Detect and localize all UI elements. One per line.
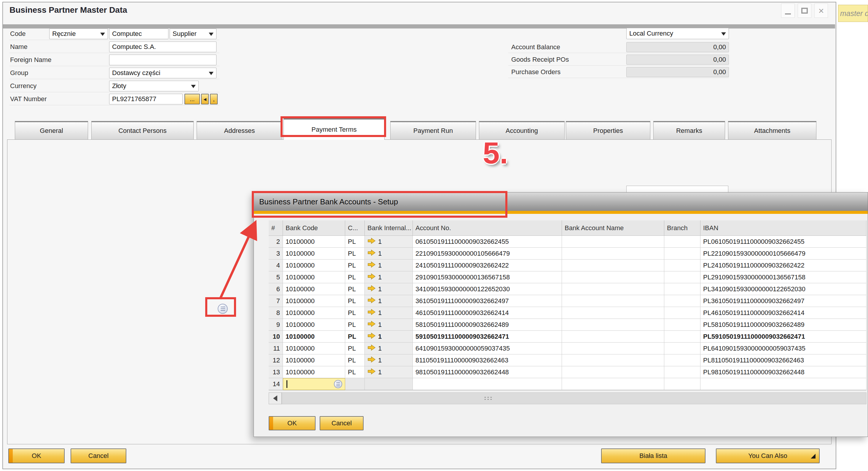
- table-cell[interactable]: PL59105019111000009032662471: [701, 331, 867, 343]
- table-cell[interactable]: PL58105019111000009032662489: [701, 319, 867, 331]
- table-cell[interactable]: [664, 307, 701, 319]
- cancel-button[interactable]: Cancel: [70, 448, 126, 463]
- vat-expand-button[interactable]: ◂: [201, 94, 209, 104]
- biala-lista-button[interactable]: Biała lista: [601, 448, 706, 463]
- table-cell[interactable]: PL36105019111000009032662497: [701, 295, 867, 307]
- table-cell[interactable]: 1: [365, 236, 413, 248]
- table-cell[interactable]: 58105019111000009032662489: [413, 319, 562, 331]
- link-arrow-icon[interactable]: [367, 296, 376, 306]
- tab-addresses[interactable]: Addresses: [196, 121, 282, 139]
- link-arrow-icon[interactable]: [367, 249, 376, 258]
- table-cell[interactable]: PL81105019111000009032662463: [701, 354, 867, 366]
- close-button[interactable]: ×: [814, 4, 828, 18]
- link-arrow-icon[interactable]: [367, 356, 376, 365]
- hscroll-grip[interactable]: [484, 396, 493, 400]
- table-cell[interactable]: PL: [345, 259, 365, 272]
- table-cell[interactable]: 1: [365, 283, 413, 295]
- table-cell[interactable]: 24105019111000009032662422: [413, 259, 562, 272]
- tab-contact-persons[interactable]: Contact Persons: [91, 121, 194, 139]
- table-cell[interactable]: [345, 378, 365, 390]
- table-cell[interactable]: [413, 378, 562, 390]
- table-cell[interactable]: PL: [345, 236, 365, 248]
- bp-type-dropdown[interactable]: Supplier: [169, 29, 216, 39]
- table-cell[interactable]: PL: [345, 366, 365, 378]
- table-cell[interactable]: [365, 378, 413, 390]
- link-arrow-icon[interactable]: [367, 309, 376, 317]
- table-cell[interactable]: [664, 378, 701, 390]
- name-input[interactable]: Computec S.A.: [109, 41, 216, 52]
- table-cell[interactable]: 1: [365, 307, 413, 319]
- table-cell[interactable]: 36105019111000009032662497: [413, 295, 562, 307]
- table-cell[interactable]: PL46105019111000009032662414: [701, 307, 867, 319]
- table-cell[interactable]: [701, 378, 867, 390]
- tab-payment-run[interactable]: Payment Run: [390, 121, 476, 139]
- link-arrow-icon[interactable]: [367, 273, 376, 282]
- table-cell[interactable]: [562, 354, 664, 366]
- dialog-cancel-button[interactable]: Cancel: [320, 416, 364, 430]
- tab-attachments[interactable]: Attachments: [728, 121, 816, 139]
- table-cell[interactable]: [562, 343, 664, 354]
- hscroll-left-button[interactable]: [269, 392, 282, 404]
- table-cell[interactable]: PL34109015930000000122652030: [701, 283, 867, 295]
- table-cell[interactable]: 10100000: [283, 343, 345, 354]
- table-cell[interactable]: 1: [365, 295, 413, 307]
- table-cell[interactable]: 10100000: [283, 236, 345, 248]
- table-cell[interactable]: 98105019111000009032662448: [413, 366, 562, 378]
- table-cell[interactable]: 64109015930000000059037435: [413, 343, 562, 354]
- table-cell[interactable]: 1: [365, 259, 413, 272]
- minimize-button[interactable]: [781, 4, 795, 18]
- table-cell[interactable]: [664, 236, 701, 248]
- table-cell[interactable]: PL: [345, 283, 365, 295]
- table-cell[interactable]: [664, 295, 701, 307]
- table-cell[interactable]: 1: [365, 354, 413, 366]
- tab-remarks[interactable]: Remarks: [653, 121, 725, 139]
- table-cell[interactable]: 81105019111000009032662463: [413, 354, 562, 366]
- table-cell[interactable]: [562, 366, 664, 378]
- table-cell[interactable]: [562, 295, 664, 307]
- link-arrow-icon[interactable]: [367, 368, 376, 377]
- table-cell[interactable]: 1: [365, 343, 413, 354]
- vat-browse-button[interactable]: ...: [184, 94, 200, 104]
- table-cell[interactable]: 10100000: [283, 307, 345, 319]
- table-cell[interactable]: 1: [365, 366, 413, 378]
- table-cell[interactable]: 10100000: [283, 272, 345, 283]
- display-currency-dropdown[interactable]: Local Currency: [626, 28, 729, 39]
- table-cell[interactable]: PL: [345, 319, 365, 331]
- table-cell[interactable]: 29109015930000000136567158: [413, 272, 562, 283]
- you-can-also-button[interactable]: You Can Also: [716, 448, 820, 463]
- dialog-ok-button[interactable]: OK: [269, 416, 315, 430]
- hscroll-track[interactable]: [282, 392, 867, 404]
- group-dropdown[interactable]: Dostawcy części: [109, 68, 216, 78]
- table-cell[interactable]: PL29109015930000000136567158: [701, 272, 867, 283]
- choose-from-list-icon[interactable]: [334, 380, 342, 388]
- table-cell[interactable]: PL: [345, 272, 365, 283]
- table-cell[interactable]: PL: [345, 248, 365, 259]
- maximize-button[interactable]: [798, 4, 811, 18]
- table-cell[interactable]: 10100000: [283, 248, 345, 259]
- table-cell[interactable]: [664, 272, 701, 283]
- table-cell[interactable]: PL06105019111000009032662455: [701, 236, 867, 248]
- currency-dropdown[interactable]: Złoty: [109, 81, 199, 91]
- foreign-name-input[interactable]: [109, 55, 216, 65]
- code-series-dropdown[interactable]: Ręcznie: [49, 29, 108, 39]
- table-cell[interactable]: [664, 343, 701, 354]
- table-cell[interactable]: [664, 354, 701, 366]
- table-cell[interactable]: PL98105019111000009032662448: [701, 366, 867, 378]
- table-cell[interactable]: 10100000: [283, 331, 345, 343]
- table-cell[interactable]: 46105019111000009032662414: [413, 307, 562, 319]
- table-cell[interactable]: PL: [345, 307, 365, 319]
- link-arrow-icon[interactable]: [367, 237, 376, 246]
- table-cell[interactable]: 1: [365, 272, 413, 283]
- table-cell[interactable]: 10100000: [283, 259, 345, 272]
- table-cell[interactable]: 10100000: [283, 319, 345, 331]
- link-arrow-icon[interactable]: [367, 320, 376, 329]
- table-cell[interactable]: PL22109015930000000105666479: [701, 248, 867, 259]
- table-cell[interactable]: 10100000: [283, 366, 345, 378]
- table-cell[interactable]: 1: [365, 319, 413, 331]
- vat-comma-button[interactable]: ,: [210, 94, 218, 104]
- table-cell[interactable]: 10100000: [283, 295, 345, 307]
- table-cell[interactable]: [562, 236, 664, 248]
- table-cell[interactable]: 22109015930000000105666479: [413, 248, 562, 259]
- table-cell[interactable]: PL24105019111000009032662422: [701, 259, 867, 272]
- link-arrow-icon[interactable]: [367, 285, 376, 294]
